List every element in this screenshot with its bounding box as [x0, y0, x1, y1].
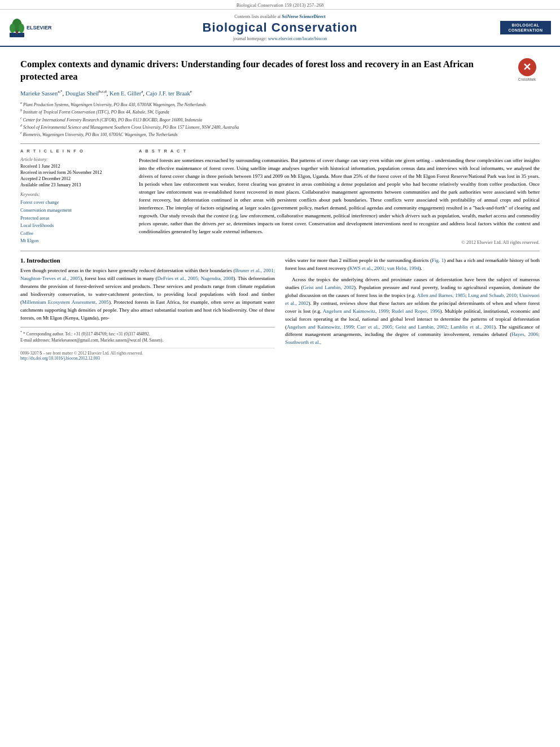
svg-rect-4	[16, 30, 18, 34]
body-section: 1. Introduction Even though protected ar…	[20, 251, 540, 361]
crossmark: ✕ CrossMark	[514, 58, 540, 81]
svg-point-3	[19, 24, 24, 33]
abstract-label: A B S T R A C T	[139, 148, 540, 154]
bio-conservation-badge: BIOLOGICAL CONSERVATION	[500, 21, 551, 34]
svg-point-2	[10, 24, 15, 33]
intro-title: 1. Introduction	[20, 257, 275, 264]
keyword-5: Coffee	[20, 230, 128, 238]
body-col-left: 1. Introduction Even though protected ar…	[20, 257, 275, 361]
article-info-label: A R T I C L E I N F O	[20, 148, 128, 154]
copyright-line: © 2012 Elsevier Ltd. All rights reserved…	[139, 239, 540, 245]
date-accepted: Accepted 2 December 2012	[20, 176, 128, 181]
journal-title: Biological Conservation	[60, 20, 500, 35]
body-two-col-layout: 1. Introduction Even though protected ar…	[20, 257, 540, 361]
intro-text-right: vides water for more than 2 million peop…	[285, 257, 540, 347]
elsevier-label: ELSEVIER	[27, 25, 52, 30]
footnote-email: E-mail addresses: Mariekesassen@gmail.co…	[20, 337, 275, 344]
footnote-corresponding: * * Corresponding author. Tel.: +31 (0)3…	[20, 330, 275, 337]
abstract-panel: A B S T R A C T Protected forests are so…	[139, 148, 540, 245]
history-label: Article history:	[20, 157, 128, 162]
sciverse-text: Contents lists available at SciVerse Sci…	[60, 14, 500, 19]
keyword-1: Forest cover change	[20, 199, 128, 207]
authors-line: Marieke Sassena,*, Douglas Sheilb,c,d, K…	[20, 89, 540, 97]
elsevier-tree-icon	[9, 17, 25, 38]
journal-citation: Biological Conservation 159 (2013) 257–2…	[237, 2, 323, 8]
affiliations: a Plant Production Systems, Wageningen U…	[20, 101, 540, 138]
journal-header-center: Contents lists available at SciVerse Sci…	[60, 14, 500, 41]
author-sassen: Marieke Sassen	[20, 90, 58, 96]
author-sheil: Douglas Sheil	[65, 90, 99, 96]
abstract-body: Protected forests are sometimes encroach…	[139, 157, 540, 235]
article-info-panel: A R T I C L E I N F O Article history: R…	[20, 148, 128, 245]
crossmark-icon: ✕	[518, 58, 536, 76]
date-available: Available online 23 January 2013	[20, 182, 128, 187]
keyword-2: Conservation management	[20, 207, 128, 215]
intro-text-left: Even though protected areas in the tropi…	[20, 267, 275, 322]
date-revised: Received in revised form 26 November 201…	[20, 170, 128, 175]
top-bar: Biological Conservation 159 (2013) 257–2…	[0, 0, 560, 10]
article-content: Complex contexts and dynamic drivers: Un…	[0, 47, 560, 368]
keyword-6: Mt Elgon	[20, 237, 128, 245]
journal-homepage: journal homepage: www.elsevier.com/locat…	[60, 36, 500, 41]
keyword-3: Protected areas	[20, 215, 128, 222]
body-col-right: vides water for more than 2 million peop…	[285, 257, 540, 361]
crossmark-label: CrossMark	[514, 77, 540, 81]
date-received: Received 1 June 2012	[20, 164, 128, 169]
bottom-copyright: 0006-3207/$ – see front matter © 2012 El…	[20, 348, 275, 361]
journal-header: ELSEVIER Contents lists available at Sci…	[0, 10, 560, 47]
author-giller: Ken E. Giller	[110, 90, 141, 96]
keywords-label: Keywords:	[20, 192, 128, 197]
info-abstract-layout: A R T I C L E I N F O Article history: R…	[20, 148, 540, 245]
elsevier-logo-area: ELSEVIER	[9, 17, 60, 38]
footnotes: * * Corresponding author. Tel.: +31 (0)3…	[20, 327, 275, 344]
author-braak: Cajo J.F. ter Braak	[146, 90, 190, 96]
homepage-link[interactable]: www.elsevier.com/locate/biocon	[268, 36, 327, 41]
bio-conservation-badge-area: BIOLOGICAL CONSERVATION	[500, 21, 551, 34]
elsevier-logo: ELSEVIER	[9, 17, 60, 38]
divider-1	[20, 143, 540, 144]
sciverse-link[interactable]: SciVerse ScienceDirect	[282, 14, 326, 19]
keyword-4: Local livelihoods	[20, 222, 128, 230]
article-title-area: Complex contexts and dynamic drivers: Un…	[20, 58, 540, 84]
article-title: Complex contexts and dynamic drivers: Un…	[20, 58, 540, 84]
